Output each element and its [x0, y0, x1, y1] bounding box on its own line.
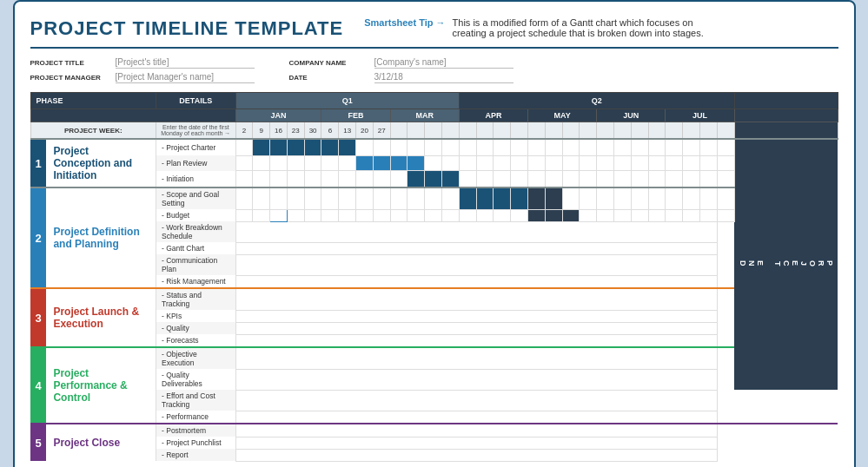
- company-name-field: COMPANY NAME [Company's name]: [289, 57, 514, 69]
- phase5-detail-3: - Report: [156, 449, 235, 461]
- header-phase-row: PHASE DETAILS Q1 Q2: [30, 93, 838, 109]
- phase4-detail-2: - Quality Deliverables: [156, 369, 235, 390]
- gc-p1-may3: [562, 139, 580, 155]
- gc-p1-jan4: [287, 139, 304, 155]
- end-month-header: [734, 109, 838, 122]
- gc-p1pr-mar4: [442, 155, 460, 171]
- gc-p1-apr4: [511, 139, 528, 155]
- gc-p1-jun3: [631, 139, 648, 155]
- phase1-detail-2: - Plan Review: [156, 155, 235, 171]
- phase2-detail-6: - Risk Management: [156, 275, 235, 288]
- week-23: 23: [287, 122, 304, 140]
- gc-p1-jun4: [648, 139, 666, 155]
- details-col-header: DETAILS: [156, 93, 235, 109]
- week-jun1: [597, 122, 614, 140]
- gc-p1pr-mar3: [425, 155, 442, 171]
- gc-p1pr-feb1: [321, 155, 339, 171]
- phase5-detail-1: - Postmortem: [156, 424, 235, 437]
- gc-p1pr-jan3: [270, 155, 288, 171]
- phase4-number: 4: [30, 347, 46, 424]
- smartsheet-tip: Smartsheet Tip → This is a modified form…: [364, 17, 712, 38]
- tip-label: Smartsheet Tip →: [364, 17, 445, 28]
- gc-p1-jul4: [717, 139, 734, 155]
- phase1-title: Project Conception and Initiation: [46, 139, 156, 187]
- gc-p1-jan2: [253, 139, 270, 155]
- gc-p1-jul2: [683, 139, 700, 155]
- gc-p1-apr3: [494, 139, 511, 155]
- phase5-number: 5: [30, 424, 46, 461]
- jun-header: JUN: [597, 109, 666, 122]
- week-2: 2: [235, 122, 253, 140]
- week-jun2: [614, 122, 632, 140]
- phase1-charter-row: 1 Project Conception and Initiation - Pr…: [30, 139, 838, 155]
- header-row: PROJECT TIMELINE TEMPLATE Smartsheet Tip…: [30, 17, 838, 49]
- gc-p1pr-apr4: [511, 155, 528, 171]
- week-9: 9: [253, 122, 270, 140]
- phase4-title: Project Performance & Control: [46, 347, 156, 424]
- apr-header: APR: [459, 109, 527, 122]
- week-end: [734, 122, 838, 140]
- phase3-number: 3: [30, 288, 46, 347]
- gc-p1-mar4: [442, 139, 460, 155]
- week-jun3: [631, 122, 648, 140]
- phase2-detail-2: - Budget: [156, 209, 235, 221]
- gc-p1pr-jan4: [287, 155, 304, 171]
- meta-row: PROJECT TITLE [Project's title] PROJECT …: [30, 57, 838, 83]
- phase4-detail-3: - Effort and Cost Tracking: [156, 390, 235, 411]
- week-jul4: [717, 122, 734, 140]
- week-jul3: [700, 122, 718, 140]
- gc-p1-may4: [580, 139, 597, 155]
- gc-p1-may1: [528, 139, 546, 155]
- week-f6: 6: [321, 122, 339, 140]
- week-m2: [407, 122, 425, 140]
- project-week-label: PROJECT WEEK:: [30, 122, 156, 140]
- week-may3: [562, 122, 580, 140]
- gc-p1-may2: [545, 139, 562, 155]
- week-a3: [494, 122, 511, 140]
- phase3-title: Project Launch & Execution: [46, 288, 156, 347]
- week-16: 16: [270, 122, 288, 140]
- gc-p1-jul1: [666, 139, 683, 155]
- week-a1: [459, 122, 476, 140]
- page-title: PROJECT TIMELINE TEMPLATE: [30, 17, 344, 40]
- q2-header: Q2: [459, 93, 734, 109]
- gc-init-mar3: [425, 171, 442, 187]
- week-a4: [511, 122, 528, 140]
- may-header: MAY: [528, 109, 597, 122]
- header-week-row: PROJECT WEEK: Enter the date of the firs…: [30, 122, 838, 140]
- project-title-field: PROJECT TITLE [Project's title]: [30, 57, 255, 69]
- gc-p1-mar3: [425, 139, 442, 155]
- feb-header: FEB: [321, 109, 390, 122]
- week-f20: 20: [356, 122, 374, 140]
- phase-col-header: PHASE: [30, 93, 156, 109]
- phase2-detail-3: - Work Breakdown Schedule: [156, 221, 235, 242]
- phase2-number: 2: [30, 187, 46, 288]
- gc-init-mar4: [442, 171, 460, 187]
- empty-month-header: [30, 109, 235, 122]
- jan-header: JAN: [235, 109, 321, 122]
- meta-left: PROJECT TITLE [Project's title] PROJECT …: [30, 57, 255, 83]
- week-jul2: [683, 122, 700, 140]
- gc-p1pr-jan2: [253, 155, 270, 171]
- phase3-detail-3: - Quality: [156, 322, 235, 334]
- phase1-number: 1: [30, 139, 46, 187]
- week-jun4: [648, 122, 666, 140]
- gc-p1-mar2: [407, 139, 425, 155]
- project-manager-field: PROJECT MANAGER [Project Manager's name]: [30, 72, 255, 83]
- week-may4: [580, 122, 597, 140]
- gc-p1-feb1: [321, 139, 339, 155]
- phase3-status-row: 3 Project Launch & Execution - Status an…: [30, 288, 838, 310]
- phase2-scope-row: 2 Project Definition and Planning - Scop…: [30, 187, 838, 209]
- phase5-detail-2: - Project Punchlist: [156, 437, 235, 449]
- week-m3: [425, 122, 442, 140]
- q1-header: Q1: [235, 93, 459, 109]
- phase2-title: Project Definition and Planning: [46, 187, 156, 288]
- gc-p1pr-apr2: [476, 155, 494, 171]
- page-container: PROJECT TIMELINE TEMPLATE Smartsheet Tip…: [13, 0, 856, 467]
- project-end-header: [734, 93, 838, 109]
- week-may1: [528, 122, 546, 140]
- gc-init-mar2: [407, 171, 425, 187]
- phase1-detail-3: - Initiation: [156, 171, 235, 187]
- week-f27: 27: [373, 122, 390, 140]
- gc-p1pr-apr1: [459, 155, 476, 171]
